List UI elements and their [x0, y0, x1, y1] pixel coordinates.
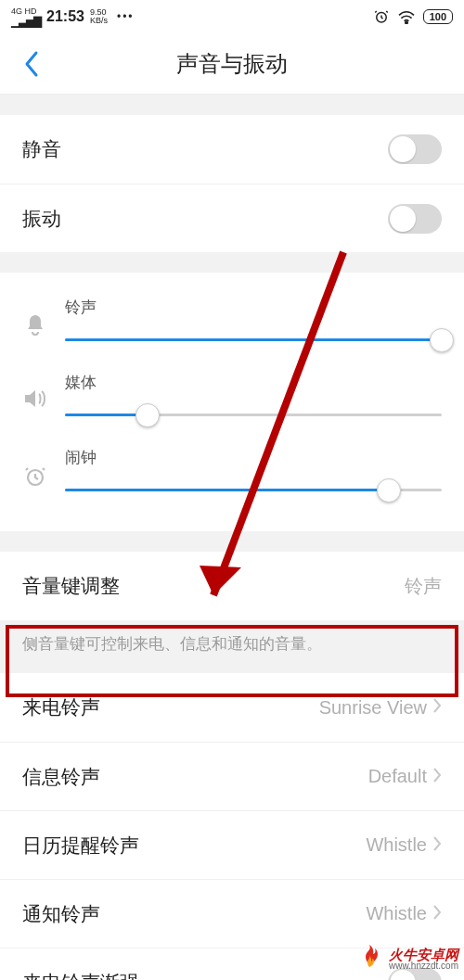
status-bar: 4G HD ▁▃▅▇ 21:53 9.50KB/s ••• 100	[0, 0, 464, 33]
vibrate-toggle[interactable]	[388, 204, 442, 234]
ringtone-list: 来电铃声 Sunrise View 信息铃声 Default 日历提醒铃声 Wh…	[0, 673, 464, 980]
row-mute[interactable]: 静音	[0, 115, 464, 184]
vibrate-label: 振动	[22, 206, 61, 232]
slider-label: 闹钟	[65, 447, 442, 468]
watermark: 火牛安卓网 www.hnzzdt.com	[355, 943, 458, 974]
status-speed: 9.50KB/s	[90, 8, 108, 25]
chevron-right-icon	[432, 835, 442, 856]
row-value: Whistle	[366, 834, 427, 856]
row-vibrate[interactable]: 振动	[0, 184, 464, 252]
volume-key-label: 音量键调整	[22, 573, 120, 599]
row-label: 通知铃声	[22, 901, 100, 927]
chevron-right-icon	[432, 767, 442, 787]
alarm-slider[interactable]	[65, 477, 442, 503]
row-value: Sunrise View	[319, 697, 427, 719]
media-slider[interactable]	[65, 402, 442, 428]
slider-ringtone: 铃声	[22, 284, 442, 359]
speaker-icon	[22, 388, 48, 409]
page-header: 声音与振动	[0, 33, 464, 95]
volume-sliders-group: 铃声 媒体 闹钟	[0, 273, 464, 531]
volume-key-value: 铃声	[405, 574, 442, 599]
flame-icon	[355, 943, 383, 974]
signal-icon: 4G HD ▁▃▅▇	[11, 7, 41, 27]
alarm-icon	[22, 464, 48, 488]
mute-toggle[interactable]	[388, 134, 442, 164]
svg-point-1	[405, 21, 406, 23]
volume-key-desc: 侧音量键可控制来电、信息和通知的音量。	[0, 620, 464, 673]
slider-media: 媒体	[22, 359, 442, 434]
toggle-group: 静音 振动	[0, 115, 464, 252]
watermark-url: www.hnzzdt.com	[389, 961, 458, 971]
row-label: 来电铃声	[22, 694, 100, 720]
row-label: 日历提醒铃声	[22, 833, 139, 859]
row-calendar-ringtone[interactable]: 日历提醒铃声 Whistle	[0, 810, 464, 879]
alarm-status-icon	[373, 8, 390, 25]
chevron-right-icon	[432, 697, 442, 718]
back-button[interactable]	[9, 33, 54, 94]
row-call-ringtone[interactable]: 来电铃声 Sunrise View	[0, 673, 464, 742]
row-value: Default	[368, 766, 427, 787]
page-title: 声音与振动	[176, 49, 288, 79]
row-label: 信息铃声	[22, 764, 100, 790]
slider-label: 铃声	[65, 297, 442, 318]
ringtone-slider[interactable]	[65, 327, 442, 353]
slider-alarm: 闹钟	[22, 434, 442, 509]
watermark-name: 火牛安卓网	[389, 948, 458, 961]
row-volume-key[interactable]: 音量键调整 铃声	[0, 552, 464, 620]
row-value: Whistle	[366, 903, 427, 924]
status-more-icon: •••	[117, 10, 135, 23]
row-label: 来电铃声渐强	[22, 970, 139, 981]
chevron-right-icon	[432, 904, 442, 924]
row-message-ringtone[interactable]: 信息铃声 Default	[0, 742, 464, 810]
slider-label: 媒体	[65, 372, 442, 393]
row-notify-ringtone[interactable]: 通知铃声 Whistle	[0, 879, 464, 948]
wifi-status-icon	[397, 9, 416, 24]
bell-icon	[22, 313, 48, 337]
battery-status: 100	[423, 9, 453, 24]
status-time: 21:53	[46, 8, 84, 25]
chevron-left-icon	[23, 50, 40, 78]
mute-label: 静音	[22, 136, 61, 162]
